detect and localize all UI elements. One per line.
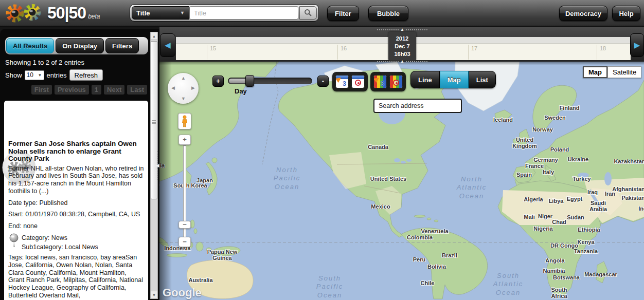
pegman-icon	[181, 115, 188, 127]
color-calendar-target-icon[interactable]	[389, 75, 403, 88]
pagination-first[interactable]: First	[31, 85, 52, 95]
map-type-map-button[interactable]: Map	[583, 66, 607, 78]
country-label: Niger	[538, 213, 552, 219]
country-label: United Kingdom	[512, 137, 537, 149]
color-calendar-forward-icon[interactable]: 3	[373, 75, 387, 88]
country-label: Algeria	[524, 196, 543, 202]
view-tab-list[interactable]: List	[469, 71, 496, 88]
map-zoom-slider-handle[interactable]: −	[178, 221, 191, 229]
map-zoom-out-button[interactable]: −	[178, 237, 191, 247]
country-label: Egypt	[567, 196, 583, 202]
ocean-label: North Atlantic Ocean	[457, 175, 487, 200]
country-label: France	[525, 163, 544, 169]
article-tags: Tags: local news, san francisco, bay are…	[8, 254, 144, 300]
pagination-page-1[interactable]: 1	[92, 85, 101, 95]
pagination-last[interactable]: Last	[127, 85, 147, 95]
country-label: Mexico	[371, 203, 390, 210]
timeline[interactable]: 15161718 ◀ ▶ ▲ 2012 Dec 7 16h03 ▲	[159, 27, 644, 62]
target-icon	[355, 80, 361, 86]
map-canvas[interactable]: CanadaUnited StatesMexicoVenezuelaColomb…	[159, 62, 644, 300]
search-cluster: Title ▼	[130, 4, 319, 22]
pagination-previous[interactable]: Previous	[55, 85, 89, 95]
search-category-dropdown[interactable]: Title ▼	[132, 6, 189, 20]
address-search-input[interactable]	[373, 99, 462, 113]
country-label: Turkey	[573, 176, 591, 182]
timeline-marker-handle-top[interactable]: ▲	[377, 27, 427, 32]
day-slider-track[interactable]	[228, 78, 312, 84]
country-label: Poland	[550, 146, 569, 153]
logo-gears-icon	[4, 2, 44, 24]
pan-up-icon[interactable]: ▲	[181, 76, 186, 81]
search-input[interactable]	[189, 6, 298, 20]
triangle-up-icon: ▲	[399, 28, 406, 32]
filter-button[interactable]: Filter	[327, 6, 359, 21]
triangle-up-icon: ▲	[399, 60, 406, 64]
timeline-date-marker[interactable]: 2012 Dec 7 16h03	[388, 32, 416, 61]
country-label: Peru	[413, 256, 425, 262]
country-label: Finland	[559, 105, 579, 111]
bubble-button[interactable]: Bubble	[368, 6, 408, 21]
article-title[interactable]: Former San Jose Sharks captain Owen Nola…	[8, 140, 144, 163]
calendar-forward-icon[interactable]: 3	[335, 75, 349, 88]
country-label: Kenya	[577, 239, 594, 245]
help-button[interactable]: Help	[612, 6, 640, 21]
search-category-label: Title	[136, 9, 150, 17]
democracy-button[interactable]: Democracy	[559, 6, 607, 21]
search-button[interactable]	[299, 6, 317, 20]
dotted-handle	[406, 61, 427, 62]
timeline-tick-label: 17	[471, 45, 477, 51]
map-zoom-in-button[interactable]: +	[178, 135, 191, 145]
map-type-satellite-button[interactable]: Satellite	[607, 66, 641, 78]
map-type-control: Map Satellite	[583, 66, 641, 78]
country-label: Pakistan	[621, 195, 644, 201]
country-label: Colombia	[407, 234, 433, 240]
country-label: Brazil	[442, 252, 457, 258]
day-step-minus-button[interactable]: -	[317, 76, 329, 87]
dotted-handle	[157, 168, 158, 180]
day-slider-handle[interactable]	[245, 75, 254, 87]
tab-all-results[interactable]: All Results	[6, 38, 54, 53]
country-label: Kazakhstan	[614, 158, 644, 164]
entries-per-page-select[interactable]: 10 ▼	[25, 70, 44, 80]
pagination-next[interactable]: Next	[104, 85, 124, 95]
pan-right-icon[interactable]: ▶	[191, 85, 195, 90]
ocean-label: North Pacific Ocean	[274, 166, 300, 191]
timeline-prev-button[interactable]: ◀	[160, 33, 175, 57]
logo-beta-label: beta	[88, 13, 100, 20]
country-label: Sudan	[567, 214, 584, 220]
map-pan-control[interactable]: ▲ ▼ ◀ ▶	[168, 73, 199, 104]
view-tab-line[interactable]: Line	[410, 71, 440, 88]
article-category-row: Category: News Sub1category: Local News	[8, 233, 144, 252]
view-tab-map[interactable]: Map	[440, 71, 469, 88]
country-label: Nigeria	[533, 226, 552, 232]
scroll-down-button[interactable]: ▼	[151, 291, 157, 298]
timeline-next-button[interactable]: ▶	[630, 33, 644, 57]
color-icon-group: 3	[370, 72, 406, 91]
article-date-type: Date type: Published	[8, 199, 144, 207]
result-card[interactable]: Former San Jose Sharks captain Owen Nola…	[4, 101, 148, 300]
article-category: Category: News	[22, 233, 98, 242]
calendar-icon-group: 3	[332, 72, 368, 91]
tab-filters[interactable]: Filters	[105, 38, 139, 53]
scroll-up-button[interactable]: ▲	[151, 32, 157, 40]
show-label: Show	[5, 71, 22, 79]
timeline-tick	[468, 45, 469, 60]
timeline-marker-handle-bottom[interactable]: ▲	[377, 59, 427, 64]
country-label: India	[638, 205, 644, 212]
day-step-plus-button[interactable]: +	[212, 76, 224, 87]
topbar: 50|50 beta Title ▼ Filter Bubble Democra…	[0, 0, 644, 27]
refresh-button[interactable]: Refresh	[69, 69, 103, 81]
ocean-label: South Pacific Ocean	[316, 274, 343, 299]
country-label: Madagascar	[584, 271, 617, 277]
app-window: 50|50 beta Title ▼ Filter Bubble Democra…	[0, 0, 644, 300]
sidebar-collapse-handle[interactable]: ◀	[154, 151, 160, 180]
pan-down-icon[interactable]: ▼	[181, 96, 186, 101]
street-view-pegman[interactable]	[178, 113, 191, 129]
calendar-target-icon[interactable]	[351, 75, 365, 88]
pan-left-icon[interactable]: ◀	[171, 85, 175, 90]
map-pin-icon	[8, 233, 22, 249]
timeline-tick-label: 15	[210, 45, 216, 51]
country-label: Iceland	[493, 117, 513, 123]
ocean-label: South Atlantic Ocean	[493, 272, 524, 297]
tab-on-display[interactable]: On Display	[56, 38, 104, 53]
